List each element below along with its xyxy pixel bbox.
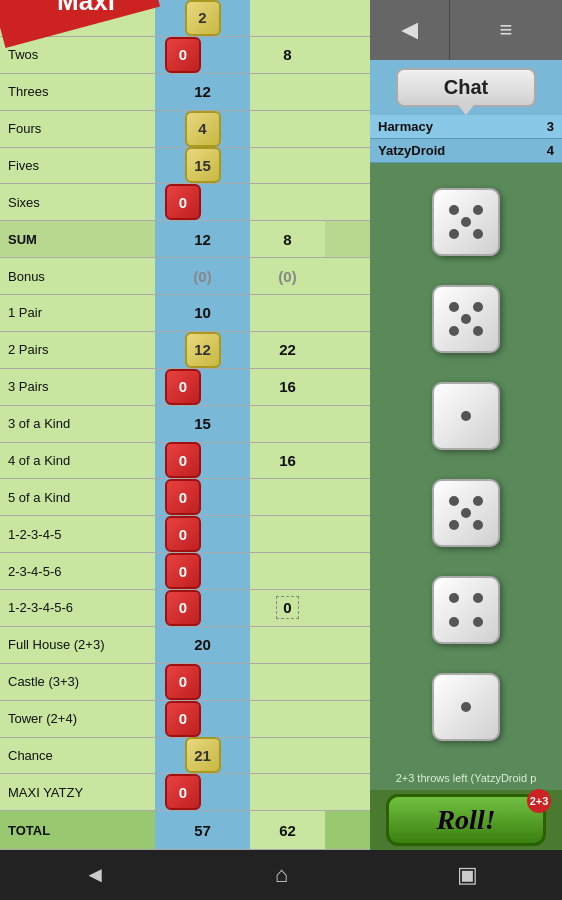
col-green — [250, 0, 325, 36]
svg-point-4 — [473, 229, 483, 239]
row-label: Threes — [0, 84, 155, 99]
score-chip-red[interactable]: 0 — [165, 37, 201, 73]
roll-label: Roll! — [436, 804, 495, 836]
back-button[interactable]: ◄ — [370, 0, 450, 60]
col-green — [250, 553, 325, 589]
score-row[interactable]: 1-2-3-4-5-600 — [0, 590, 370, 627]
score-chip-red[interactable]: 0 — [165, 369, 201, 405]
col-green — [250, 111, 325, 147]
die[interactable] — [432, 188, 500, 256]
score-chip-red[interactable]: 0 — [165, 479, 201, 515]
col-blue: 0 — [155, 553, 250, 589]
score-value2: 8 — [283, 231, 291, 248]
col-blue: 12 — [155, 332, 250, 368]
col-blue: (0) — [155, 258, 250, 294]
score-row[interactable]: 3 Pairs016 — [0, 369, 370, 406]
col-blue: 21 — [155, 738, 250, 774]
score-row[interactable]: Bonus(0)(0) — [0, 258, 370, 295]
right-panel: ◄ ≡ Chat Harmacy3YatzyDroid4 2+3 throws … — [370, 0, 562, 850]
col-green — [250, 627, 325, 663]
dice-area — [370, 163, 562, 766]
svg-point-5 — [449, 302, 459, 312]
score-row[interactable]: Castle (3+3)0 — [0, 664, 370, 701]
die[interactable] — [432, 285, 500, 353]
die[interactable] — [432, 479, 500, 547]
score-row[interactable]: 1-2-3-4-50 — [0, 516, 370, 553]
row-label: 5 of a Kind — [0, 490, 155, 505]
row-label: Fours — [0, 121, 155, 136]
svg-point-10 — [461, 411, 471, 421]
svg-point-20 — [461, 702, 471, 712]
menu-icon: ≡ — [500, 19, 513, 41]
score-row[interactable]: Threes12 — [0, 74, 370, 111]
scoreboard: Maxi Ones2Twos08Threes12Fours4Fives15Six… — [0, 0, 370, 850]
roll-button[interactable]: Roll! 2+3 — [386, 794, 546, 846]
score-chip-red[interactable]: 0 — [165, 664, 201, 700]
svg-point-6 — [473, 302, 483, 312]
score-row[interactable]: TOTAL5762 — [0, 811, 370, 850]
score-chip-red[interactable]: 0 — [165, 516, 201, 552]
score-value2-dashed[interactable]: 0 — [276, 596, 298, 619]
menu-button[interactable]: ≡ — [450, 0, 562, 60]
player-score: 3 — [547, 119, 554, 134]
score-chip-yellow[interactable]: 2 — [185, 0, 221, 36]
svg-point-16 — [449, 593, 459, 603]
die[interactable] — [432, 576, 500, 644]
score-table: Ones2Twos08Threes12Fours4Fives15Sixes0SU… — [0, 0, 370, 850]
score-row[interactable]: Fives15 — [0, 148, 370, 185]
score-row[interactable]: Tower (2+4)0 — [0, 701, 370, 738]
score-row[interactable]: 4 of a Kind016 — [0, 443, 370, 480]
maxi-label: Maxi — [57, 0, 115, 16]
row-label: Fives — [0, 158, 155, 173]
col-green — [250, 664, 325, 700]
score-chip-yellow[interactable]: 12 — [185, 332, 221, 368]
chat-button[interactable]: Chat — [396, 68, 536, 107]
col-green: 62 — [250, 811, 325, 849]
score-chip-yellow[interactable]: 15 — [185, 147, 221, 183]
row-label: TOTAL — [0, 823, 155, 838]
col-blue: 15 — [155, 406, 250, 442]
svg-point-18 — [449, 617, 459, 627]
col-green — [250, 295, 325, 331]
score-chip-red[interactable]: 0 — [165, 184, 201, 220]
svg-point-1 — [473, 205, 483, 215]
score-row[interactable]: Chance21 — [0, 738, 370, 775]
score-value2: 16 — [279, 378, 296, 395]
col-blue: 12 — [155, 221, 250, 257]
score-row[interactable]: 3 of a Kind15 — [0, 406, 370, 443]
score-row[interactable]: MAXI YATZY0 — [0, 774, 370, 811]
score-chip-red[interactable]: 0 — [165, 442, 201, 478]
score-row[interactable]: Full House (2+3)20 — [0, 627, 370, 664]
score-row[interactable]: SUM128 — [0, 221, 370, 258]
svg-point-3 — [449, 229, 459, 239]
die[interactable] — [432, 382, 500, 450]
score-chip-yellow[interactable]: 4 — [185, 111, 221, 147]
score-chip-red[interactable]: 0 — [165, 553, 201, 589]
right-header: ◄ ≡ — [370, 0, 562, 60]
svg-point-15 — [473, 520, 483, 530]
nav-recent-button[interactable]: ▣ — [457, 862, 478, 888]
nav-back-button[interactable]: ◄ — [84, 862, 106, 888]
nav-home-button[interactable]: ⌂ — [275, 862, 288, 888]
score-row[interactable]: Twos08 — [0, 37, 370, 74]
col-green — [250, 701, 325, 737]
row-label: Bonus — [0, 269, 155, 284]
col-blue: 12 — [155, 74, 250, 110]
row-label: 3 of a Kind — [0, 416, 155, 431]
score-row[interactable]: 2-3-4-5-60 — [0, 553, 370, 590]
score-value: 57 — [194, 822, 211, 839]
score-chip-red[interactable]: 0 — [165, 774, 201, 810]
die[interactable] — [432, 673, 500, 741]
col-blue: 57 — [155, 811, 250, 849]
score-chip-yellow[interactable]: 21 — [185, 737, 221, 773]
score-row[interactable]: 1 Pair10 — [0, 295, 370, 332]
score-row[interactable]: 5 of a Kind0 — [0, 479, 370, 516]
score-row[interactable]: Fours4 — [0, 111, 370, 148]
score-chip-red[interactable]: 0 — [165, 701, 201, 737]
score-row[interactable]: Sixes0 — [0, 184, 370, 221]
roll-button-area: Roll! 2+3 — [370, 790, 562, 850]
score-chip-red[interactable]: 0 — [165, 590, 201, 626]
score-row[interactable]: 2 Pairs1222 — [0, 332, 370, 369]
col-blue: 0 — [155, 774, 250, 810]
svg-point-13 — [461, 508, 471, 518]
